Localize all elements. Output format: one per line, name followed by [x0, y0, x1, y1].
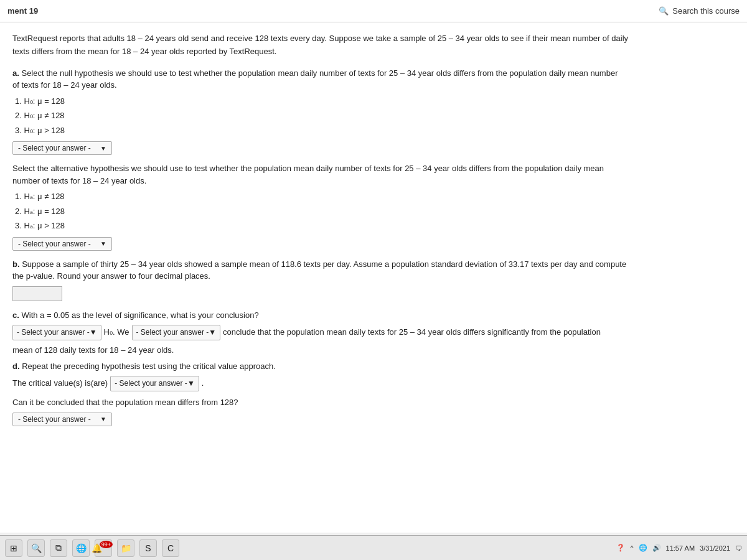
alt-hypothesis-select[interactable]: - Select your answer - ▼: [12, 237, 112, 251]
critical-value-select-chevron-icon: ▼: [187, 378, 195, 390]
null-options-list: 1. H₀: μ = 128 2. H₀: μ ≠ 128 3. H₀: μ >…: [15, 95, 735, 137]
period: .: [202, 377, 204, 390]
top-bar: ment 19 🔍 Search this course: [0, 0, 747, 22]
conclusion-select-1[interactable]: - Select your answer - ▼: [12, 325, 101, 340]
content-area: TextRequest reports that adults 18 – 24 …: [0, 22, 747, 533]
conclusion-select-1-chevron-icon: ▼: [90, 327, 97, 338]
null-hyp-label: a. Select the null hypothesis we should …: [12, 67, 735, 91]
alt-option-2: 2. Hₐ: μ = 128: [15, 205, 735, 218]
alt-select-label: - Select your answer -: [18, 240, 91, 248]
critical-value-select-label: - Select your answer -: [115, 378, 187, 390]
null-select-label: - Select your answer -: [18, 144, 91, 152]
critical-value-row: The critical value(s) is(are) - Select y…: [12, 376, 735, 391]
search-label: Search this course: [672, 6, 740, 16]
null-option-1: 1. H₀: μ = 128: [15, 95, 735, 108]
null-option-3: 3. H₀: μ > 128: [15, 124, 735, 137]
conclusion-select-2-chevron-icon: ▼: [209, 327, 216, 338]
critical-value-text: The critical value(s) is(are): [12, 377, 108, 390]
null-select-chevron-icon: ▼: [100, 145, 106, 152]
alt-option-1: 1. Hₐ: μ ≠ 128: [15, 190, 735, 203]
part-c-row: - Select your answer - ▼ H₀. We - Select…: [12, 325, 735, 340]
page-title: ment 19: [7, 6, 38, 16]
alt-select-chevron-icon: ▼: [100, 240, 106, 247]
part-c-text3: mean of 128 daily texts for 18 – 24 year…: [12, 344, 735, 357]
part-c-label: c. With a = 0.05 as the level of signifi…: [12, 309, 735, 322]
alt-option-3: 3. Hₐ: μ > 128: [15, 220, 735, 232]
search-icon: 🔍: [659, 6, 669, 16]
critical-value-select[interactable]: - Select your answer - ▼: [110, 376, 199, 391]
h0-text: H₀. We: [104, 326, 129, 339]
search-area: 🔍 Search this course: [659, 6, 740, 16]
p-value-input[interactable]: [12, 286, 62, 301]
intro-text: TextRequest reports that adults 18 – 24 …: [12, 32, 735, 58]
conclusion-select-2[interactable]: - Select your answer - ▼: [132, 325, 221, 340]
part-d-label: d. Repeat the preceding hypothesis test …: [12, 360, 735, 373]
can-conclude-text: Can it be concluded that the population …: [12, 396, 735, 409]
conclusion-select-2-label: - Select your answer -: [136, 327, 209, 338]
final-select-label: - Select your answer -: [18, 415, 91, 424]
final-conclusion-select[interactable]: - Select your answer - ▼: [12, 413, 112, 426]
null-hypothesis-select[interactable]: - Select your answer - ▼: [12, 141, 112, 155]
alt-options-list: 1. Hₐ: μ ≠ 128 2. Hₐ: μ = 128 3. Hₐ: μ >…: [15, 190, 735, 232]
null-option-2: 2. H₀: μ ≠ 128: [15, 110, 735, 122]
conclusion-select-1-label: - Select your answer -: [17, 327, 90, 338]
part-b-text: b. Suppose a sample of thirty 25 – 34 ye…: [12, 258, 735, 282]
final-select-chevron-icon: ▼: [100, 416, 106, 422]
conclude-text: conclude that the population mean daily …: [223, 326, 601, 339]
alt-hyp-label: Select the alternative hypothesis we sho…: [12, 162, 735, 187]
